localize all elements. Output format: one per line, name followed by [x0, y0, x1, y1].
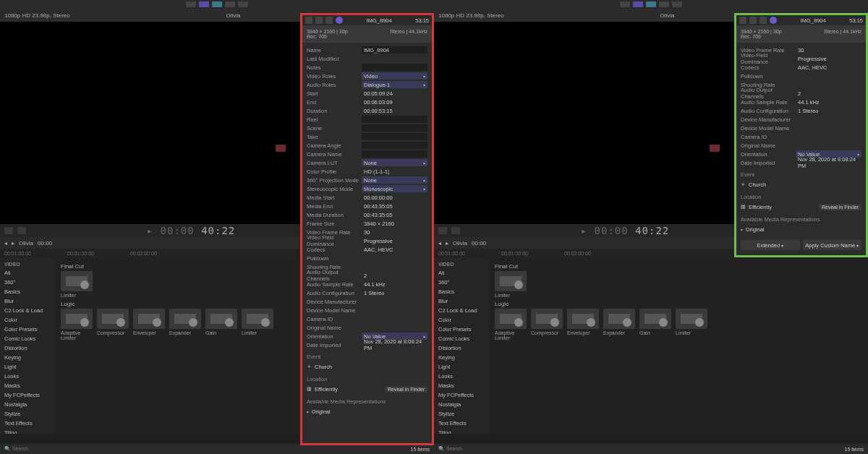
property-value[interactable]: Monoscopic: [362, 185, 427, 192]
inspector-tab-icon[interactable]: [760, 17, 767, 24]
effects-category[interactable]: Color: [0, 315, 56, 325]
tool-icon[interactable]: [451, 227, 460, 234]
effects-video-header: VIDEO: [0, 260, 56, 268]
effects-category[interactable]: C2 Lock & Load: [0, 306, 56, 315]
inspector-info-tab[interactable]: [336, 17, 343, 24]
effects-category[interactable]: Color Presets: [0, 325, 56, 334]
effect-item[interactable]: Limiter: [495, 271, 527, 298]
effect-item[interactable]: Expander: [603, 309, 635, 340]
effect-item[interactable]: Enveloper: [133, 309, 165, 340]
property-row: Media End00:43:35:05: [307, 202, 427, 210]
effects-category[interactable]: Masks: [0, 381, 56, 390]
effects-category[interactable]: Distortion: [0, 343, 56, 353]
menubar-icon[interactable]: [225, 1, 235, 7]
effects-search-input[interactable]: [446, 446, 519, 451]
effects-category[interactable]: Light: [0, 362, 56, 372]
inspector-tab-icon[interactable]: [749, 17, 757, 24]
effects-category[interactable]: Keying: [0, 353, 56, 362]
effects-category[interactable]: Stylize: [434, 409, 490, 419]
menubar-icon[interactable]: [620, 1, 630, 7]
effects-category[interactable]: Basics: [434, 287, 490, 296]
effects-category[interactable]: Keying: [434, 353, 490, 362]
effects-category[interactable]: Color: [434, 315, 490, 325]
nav-fwd-icon[interactable]: ▸: [446, 240, 448, 247]
effects-category[interactable]: Comic Looks: [0, 334, 56, 343]
nav-back-icon[interactable]: ◂: [438, 240, 441, 247]
effect-item[interactable]: Limiter: [242, 309, 273, 340]
effect-item[interactable]: Enveloper: [567, 309, 599, 340]
effects-category[interactable]: Tiling: [0, 428, 56, 434]
effects-category[interactable]: Nostalgia: [434, 400, 490, 409]
menubar-icon[interactable]: [646, 1, 656, 7]
property-value[interactable]: [362, 142, 427, 149]
property-value[interactable]: [362, 133, 427, 140]
property-value[interactable]: [362, 124, 427, 132]
effect-item[interactable]: Gain: [205, 309, 237, 340]
effect-item[interactable]: Compressor: [97, 309, 129, 340]
menubar-icon[interactable]: [199, 1, 209, 7]
inspector-info-tab[interactable]: [770, 17, 777, 24]
reveal-in-finder-button[interactable]: Reveal in Finder: [819, 204, 861, 210]
effects-category[interactable]: My FCPeffects: [0, 390, 56, 400]
property-value[interactable]: None: [362, 159, 427, 166]
effect-item[interactable]: Expander: [169, 309, 201, 340]
effects-category[interactable]: Light: [434, 362, 490, 372]
effects-category[interactable]: Looks: [0, 372, 56, 381]
effects-search-input[interactable]: [12, 446, 85, 451]
effects-category[interactable]: Blur: [434, 296, 490, 306]
menubar-icon[interactable]: [212, 1, 222, 7]
format-label: 1080p HD 23.98p, Stereo: [438, 12, 504, 19]
effect-item[interactable]: Limiter: [61, 271, 93, 298]
nav-back-icon[interactable]: ◂: [4, 240, 7, 247]
apply-custom-name-button[interactable]: Apply Custom Name: [803, 240, 862, 250]
property-value[interactable]: Dialogue-1: [362, 81, 427, 88]
effects-category[interactable]: Text Effects: [434, 419, 490, 428]
property-value[interactable]: None: [362, 176, 427, 184]
event-star-icon[interactable]: ✦: [307, 364, 312, 370]
effect-item[interactable]: Gain: [639, 309, 671, 340]
inspector-tab-icon[interactable]: [326, 17, 333, 24]
menubar-icon[interactable]: [633, 1, 643, 7]
inspector-tab-icon[interactable]: [315, 17, 323, 24]
extended-button[interactable]: Extended: [741, 240, 800, 250]
menubar-icon[interactable]: [659, 1, 669, 7]
effect-item[interactable]: Adaptive Limiter: [61, 309, 93, 340]
effects-category[interactable]: Tiling: [434, 428, 490, 434]
effects-category[interactable]: C2 Lock & Load: [434, 306, 490, 315]
event-star-icon[interactable]: ✦: [741, 181, 746, 188]
inspector-tab-icon[interactable]: [739, 17, 746, 24]
effect-item[interactable]: Adaptive Limiter: [495, 309, 527, 340]
inspector-tab-icon[interactable]: [305, 17, 312, 24]
property-label: Reel: [307, 116, 359, 123]
property-value[interactable]: [362, 150, 427, 158]
menubar-icon[interactable]: [238, 1, 248, 7]
effects-category[interactable]: Masks: [434, 381, 490, 390]
effects-category[interactable]: Stylize: [0, 409, 56, 419]
effects-category[interactable]: My FCPeffects: [434, 390, 490, 400]
effects-category[interactable]: Text Effects: [0, 419, 56, 428]
menubar-icon[interactable]: [672, 1, 682, 7]
property-value[interactable]: IMG_8904: [362, 46, 427, 53]
effects-category[interactable]: Blur: [0, 296, 56, 306]
effects-category[interactable]: Distortion: [434, 343, 490, 353]
effects-category[interactable]: Basics: [0, 287, 56, 296]
effects-category[interactable]: Comic Looks: [434, 334, 490, 343]
effects-category[interactable]: All: [434, 268, 490, 278]
effect-item[interactable]: Compressor: [531, 309, 563, 340]
tool-icon[interactable]: [4, 227, 13, 234]
reveal-in-finder-button[interactable]: Reveal in Finder: [385, 386, 427, 393]
nav-fwd-icon[interactable]: ▸: [12, 240, 14, 247]
effect-item[interactable]: Limiter: [676, 309, 707, 340]
effects-category[interactable]: Color Presets: [434, 325, 490, 334]
property-value[interactable]: Video: [362, 72, 427, 80]
property-value[interactable]: [362, 64, 427, 71]
effects-category[interactable]: All: [0, 268, 56, 278]
property-value[interactable]: [362, 116, 427, 123]
tool-icon[interactable]: [17, 227, 26, 234]
menubar-icon[interactable]: [186, 1, 196, 7]
effects-category[interactable]: 360°: [0, 278, 56, 287]
tool-icon[interactable]: [438, 227, 447, 234]
effects-category[interactable]: Nostalgia: [0, 400, 56, 409]
effects-category[interactable]: 360°: [434, 278, 490, 287]
effects-category[interactable]: Looks: [434, 372, 490, 381]
